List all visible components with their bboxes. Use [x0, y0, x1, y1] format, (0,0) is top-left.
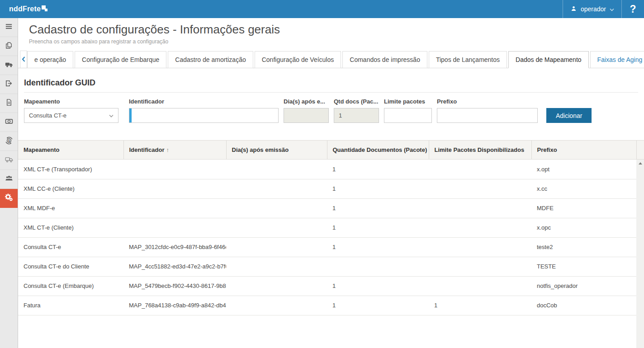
sidebar-item-documents[interactable] [0, 37, 18, 56]
limite-pacotes-input[interactable] [384, 108, 432, 123]
table-row[interactable]: XML CT-e (Transportador)1x.opt [18, 160, 644, 179]
tabstrip: e operaçãoConfiguração de EmbarqueCadast… [18, 51, 644, 68]
user-icon [570, 5, 577, 14]
form-fields: MapeamentoConsulta CT-eIdentificadorDia(… [24, 98, 543, 123]
cell-limite [429, 237, 531, 257]
column-header-prefixo[interactable]: Prefixo [531, 141, 636, 159]
column-header-mapeamento[interactable]: Mapeamento [18, 141, 123, 159]
mappings-grid: MapeamentoIdentificador↑Dia(s) após emis… [18, 140, 644, 348]
cell-prefixo: MDFE [531, 198, 644, 218]
cell-dias [226, 276, 327, 296]
cell-quantidade [327, 257, 429, 276]
cell-identificador [123, 198, 226, 218]
sidebar-item-export[interactable] [0, 75, 18, 94]
required-indicator [129, 108, 132, 122]
scrollbar-spacer [636, 141, 644, 159]
tab-cadastro-de-amortiza-o[interactable]: Cadastro de amortização [168, 51, 253, 68]
column-header-identificador[interactable]: Identificador↑ [123, 141, 226, 159]
tab-faixas-de-aging[interactable]: Faixas de Aging [590, 51, 644, 68]
table-row[interactable]: XML CT-e (Cliente)1x.opc [18, 218, 644, 237]
cell-dias [226, 218, 327, 237]
identificador-label: Identificador [129, 98, 279, 105]
dias-apos-emissao-input[interactable] [284, 108, 329, 123]
tab-configura-o-de-ve-culos[interactable]: Configuração de Veículos [255, 51, 341, 68]
column-header-limite-pacotes-disponibilizados[interactable]: Limite Pacotes Disponibilizados [429, 141, 531, 159]
tab-scroll-left-button[interactable] [20, 51, 27, 68]
column-header-quantidade-documentos-pacote-[interactable]: Quantidade Documentos (Pacote) [327, 141, 429, 159]
cell-dias [226, 179, 327, 198]
cell-mapeamento: Consulta CT-e (Embarque) [18, 276, 123, 296]
vertical-scrollbar[interactable] [636, 160, 644, 348]
sidebar-item-users[interactable] [0, 170, 18, 189]
table-row[interactable]: FaturaMAP_768a4138-c9ab-49f9-a842-db40..… [18, 296, 644, 315]
cell-mapeamento: Consulta CT-e do Cliente [18, 257, 123, 276]
sidebar-item-document[interactable] [0, 94, 18, 113]
tab-comandos-de-impress-o[interactable]: Comandos de impressão [342, 51, 427, 68]
page-title: Cadastro de configurações - Informações … [29, 22, 633, 37]
table-row[interactable]: Consulta CT-eMAP_3012cfdc-e0c9-487f-bba9… [18, 237, 644, 257]
cell-dias [226, 296, 327, 315]
currency-sync-icon: $ [5, 136, 14, 147]
cell-identificador: MAP_3012cfdc-e0c9-487f-bba9-6f46c... [123, 237, 226, 257]
truck-outline-icon [5, 155, 14, 165]
topbar: nddFrete operador ? [0, 0, 644, 18]
add-button[interactable]: Adicionar [546, 108, 592, 123]
cell-limite [429, 198, 531, 218]
prefixo-label: Prefixo [437, 98, 538, 105]
sidebar-item-finance[interactable]: $ [0, 132, 18, 151]
tab-tipos-de-lan-amentos[interactable]: Tipos de Lançamentos [429, 51, 507, 68]
table-row[interactable]: Consulta CT-e (Embarque)MAP_5479becb-f90… [18, 276, 644, 296]
mapeamento-select[interactable]: Consulta CT-e [24, 108, 118, 123]
sidebar-item-delivery[interactable] [0, 151, 18, 170]
grid-header: MapeamentoIdentificador↑Dia(s) após emis… [18, 140, 644, 160]
help-button[interactable]: ? [621, 0, 644, 18]
dias-apos-emissao-label: Dia(s) após e... [284, 98, 329, 105]
cell-quantidade: 1 [327, 237, 429, 257]
column-header-dia-s-ap-s-emiss-o[interactable]: Dia(s) após emissão [226, 141, 327, 159]
svg-text:$: $ [8, 139, 10, 142]
cell-quantidade: 1 [327, 198, 429, 218]
table-row[interactable]: XML MDF-e1MDFE [18, 198, 644, 218]
sidebar-item-menu[interactable] [0, 18, 18, 37]
cell-prefixo: docCob [531, 296, 644, 315]
tab-configura-o-de-embarque[interactable]: Configuração de Embarque [75, 51, 166, 68]
cell-quantidade: 1 [327, 218, 429, 237]
identificador-input[interactable] [129, 108, 279, 123]
cell-mapeamento: XML MDF-e [18, 198, 123, 218]
user-menu[interactable]: operador [563, 0, 621, 18]
table-row[interactable]: XML CC-e (Cliente)1x.cc [18, 179, 644, 198]
cell-identificador [123, 218, 226, 237]
cell-limite [429, 179, 531, 198]
qtd-docs-input[interactable] [334, 108, 379, 123]
cell-dias [226, 160, 327, 179]
sidebar-item-settings[interactable] [0, 189, 18, 208]
grid-header-row: MapeamentoIdentificador↑Dia(s) após emis… [18, 141, 644, 159]
grid-body: XML CT-e (Transportador)1x.optXML CC-e (… [18, 160, 644, 348]
app-logo-text: nddFrete [9, 5, 41, 13]
cell-identificador: MAP_5479becb-f902-4430-8617-9b82... [123, 276, 226, 296]
cell-limite [429, 257, 531, 276]
table-row[interactable]: Consulta CT-e do ClienteMAP_4cc51882-ed3… [18, 257, 644, 276]
user-menu-label: operador [581, 5, 606, 13]
cell-mapeamento: XML CC-e (Cliente) [18, 179, 123, 198]
cell-dias [226, 257, 327, 276]
menu-icon [5, 22, 13, 33]
sidebar-item-payments[interactable] [0, 113, 18, 132]
scroll-up-button[interactable] [636, 160, 644, 167]
mapeamento-label: Mapeamento [24, 98, 118, 105]
chevron-down-icon [109, 112, 114, 119]
qtd-docs-label: Qtd docs (Pac... [334, 98, 379, 105]
grid-rows: XML CT-e (Transportador)1x.optXML CC-e (… [18, 160, 644, 315]
logo-mark-icon [42, 5, 48, 13]
sort-asc-icon: ↑ [166, 146, 170, 153]
cell-limite [429, 276, 531, 296]
tab-dados-de-mapeamento[interactable]: Dados de Mapeamento [508, 51, 589, 68]
tab-e-opera-o[interactable]: e operação [27, 51, 73, 68]
prefixo-input[interactable] [437, 108, 538, 123]
cell-identificador [123, 160, 226, 179]
document-icon [5, 98, 13, 108]
cell-mapeamento: XML CT-e (Cliente) [18, 218, 123, 237]
cell-identificador [123, 179, 226, 198]
tabstrip-tabs: e operaçãoConfiguração de EmbarqueCadast… [27, 51, 644, 68]
sidebar-item-fleet[interactable] [0, 56, 18, 75]
